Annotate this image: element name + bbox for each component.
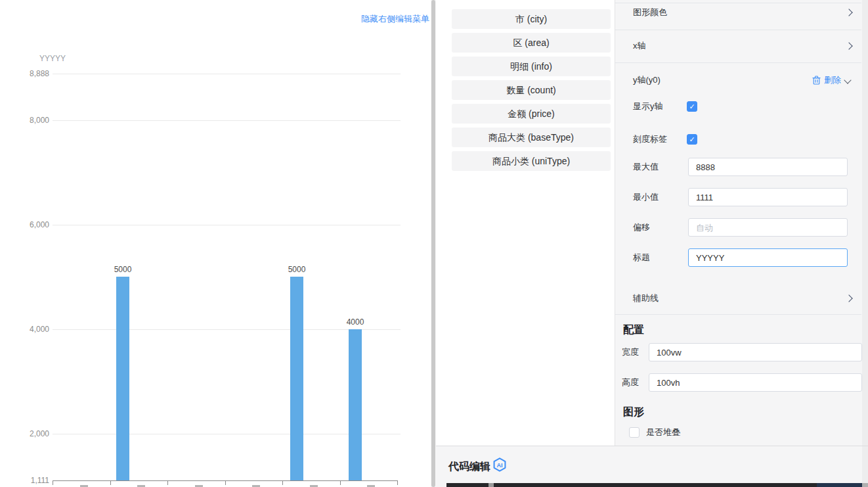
- guide-line-row-label[interactable]: 辅助线: [633, 292, 659, 304]
- offset-label: 偏移: [633, 221, 650, 233]
- x-axis-tick: [397, 480, 398, 485]
- config-section-header: 配置: [623, 323, 644, 337]
- field-list-pane: 市 (city)区 (area)明细 (info)数量 (count)金额 (p…: [436, 0, 615, 446]
- show-y-axis-label: 显示y轴: [633, 101, 663, 112]
- ai-icon[interactable]: AI: [492, 457, 507, 472]
- height-label: 高度: [622, 377, 639, 388]
- y-tick-label: 1,111: [5, 476, 49, 485]
- x-axis-tick: [167, 480, 168, 485]
- chevron-right-icon[interactable]: [845, 42, 852, 49]
- app-window: 隐藏右侧编辑菜单 YYYYY 8,8888,0006,0004,0002,000…: [0, 0, 868, 487]
- y-tick-label: 6,000: [5, 220, 49, 229]
- panel-scrollbar[interactable]: [431, 0, 436, 487]
- y-tick-label: 8,888: [5, 69, 49, 78]
- stack-label: 是否堆叠: [646, 427, 680, 438]
- max-value-input[interactable]: [688, 158, 848, 176]
- divider: [615, 62, 861, 63]
- delete-button-label: 删除: [824, 74, 841, 86]
- y-tick-label: 8,000: [5, 116, 49, 125]
- bar[interactable]: [116, 277, 129, 480]
- gridline: [53, 225, 401, 225]
- field-item[interactable]: 商品大类 (baseType): [452, 128, 611, 147]
- width-input[interactable]: [649, 343, 862, 361]
- code-editor-section: 代码编辑 AI: [436, 446, 862, 487]
- max-value-label: 最大值: [633, 161, 659, 173]
- gridline: [53, 120, 401, 121]
- bar-value-label: 4000: [341, 317, 370, 327]
- code-editor-gutter-mark: [488, 483, 494, 487]
- graph-color-row-label[interactable]: 图形颜色: [633, 7, 667, 18]
- divider: [615, 3, 861, 3]
- y-axis-title: YYYYY: [39, 54, 66, 63]
- chevron-down-icon[interactable]: [844, 76, 851, 83]
- divider: [615, 314, 861, 315]
- tick-label-checkbox[interactable]: ✓: [687, 134, 697, 145]
- divider: [615, 30, 861, 30]
- axis-title-input[interactable]: [688, 248, 848, 267]
- y-tick-label: 2,000: [5, 429, 49, 438]
- scrollbar-thumb[interactable]: [431, 0, 435, 487]
- field-item[interactable]: 商品小类 (uniType): [452, 151, 611, 171]
- width-label: 宽度: [622, 346, 639, 358]
- code-editor-header: 代码编辑: [448, 460, 490, 474]
- height-input[interactable]: [649, 373, 862, 392]
- bar-value-label: 5000: [108, 265, 137, 274]
- bar[interactable]: [349, 329, 362, 480]
- scrollbar-corner: [862, 483, 868, 487]
- code-editor-top-strip[interactable]: [446, 483, 817, 487]
- tick-label-label: 刻度标签: [633, 133, 667, 145]
- x-axis-row-label[interactable]: x轴: [633, 40, 646, 52]
- min-value-input[interactable]: [688, 188, 848, 206]
- svg-text:AI: AI: [496, 462, 502, 469]
- bar-value-label: 5000: [282, 265, 311, 274]
- x-axis-tick: [282, 480, 283, 485]
- delete-y-axis-button[interactable]: 删除: [812, 74, 841, 86]
- gridline: [53, 74, 401, 74]
- field-item[interactable]: 区 (area): [452, 33, 611, 53]
- field-item[interactable]: 明细 (info): [452, 57, 611, 76]
- axis-title-label: 标题: [633, 252, 650, 264]
- x-axis-tick: [225, 480, 226, 485]
- stack-checkbox[interactable]: [629, 427, 640, 438]
- chevron-right-icon[interactable]: [845, 294, 852, 302]
- field-item[interactable]: 市 (city): [452, 9, 611, 29]
- x-axis-tick: [110, 480, 111, 485]
- code-editor-minimap-strip: [817, 483, 862, 487]
- min-value-label: 最小值: [633, 191, 659, 203]
- hide-edit-menu-link[interactable]: 隐藏右侧编辑菜单: [361, 13, 429, 25]
- chevron-right-icon[interactable]: [845, 9, 852, 16]
- field-item[interactable]: 金额 (price): [452, 104, 611, 124]
- bar[interactable]: [290, 277, 303, 480]
- x-axis-tick: [53, 480, 53, 485]
- settings-pane: 图形颜色 x轴 y轴(y0) 删除 显示y轴 ✓ 刻度标签 ✓ 最大值: [615, 0, 862, 446]
- show-y-axis-checkbox[interactable]: ✓: [687, 101, 697, 112]
- y-tick-label: 4,000: [5, 325, 49, 334]
- field-item[interactable]: 数量 (count): [452, 80, 611, 100]
- trash-icon: [812, 76, 821, 85]
- window-scrollbar[interactable]: [862, 0, 868, 487]
- x-axis-tick: [340, 480, 341, 485]
- offset-input[interactable]: [688, 218, 848, 237]
- y-axis-section-header: y轴(y0): [633, 74, 661, 86]
- graphic-section-header: 图形: [623, 406, 644, 419]
- chart-preview-pane: 隐藏右侧编辑菜单 YYYYY 8,8888,0006,0004,0002,000…: [0, 0, 431, 487]
